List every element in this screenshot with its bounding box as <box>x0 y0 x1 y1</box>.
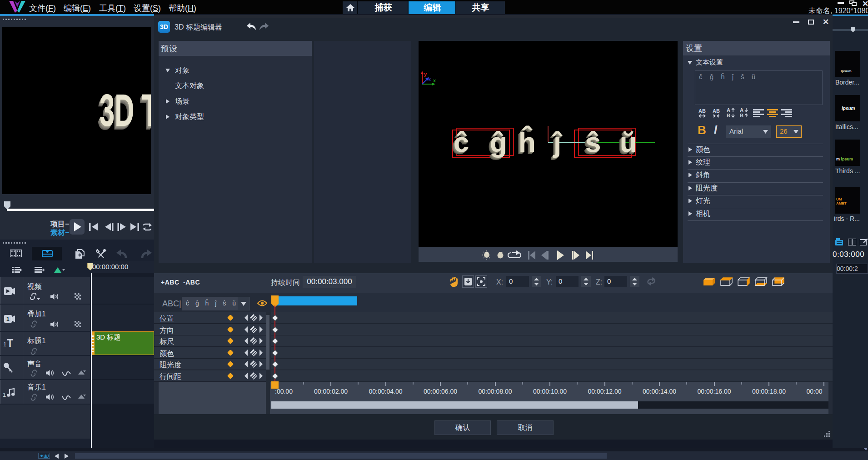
svg-text:A: A <box>727 107 730 113</box>
svg-text:B: B <box>727 113 730 118</box>
svg-text:1: 1 <box>6 316 10 322</box>
svg-text:AB: AB <box>713 108 720 114</box>
svg-text:x: x <box>433 78 436 83</box>
svg-text:y: y <box>424 71 427 77</box>
svg-text:A: A <box>740 107 743 113</box>
svg-text:z: z <box>429 76 431 81</box>
svg-text:B: B <box>740 113 743 118</box>
svg-text:AB: AB <box>698 108 706 114</box>
